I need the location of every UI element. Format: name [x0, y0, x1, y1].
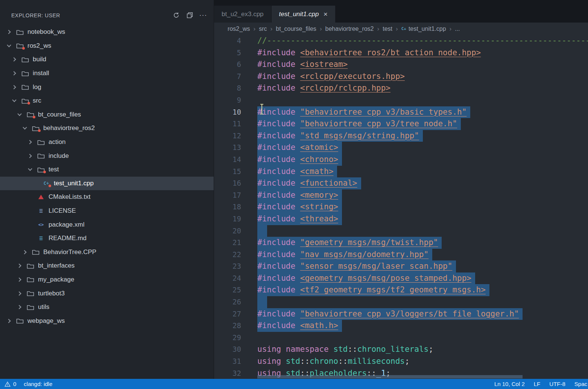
tree-item-bt-course-files[interactable]: bt_course_files [0, 108, 214, 122]
line-number[interactable]: 25 [214, 284, 241, 296]
line-number[interactable]: 28 [214, 320, 241, 332]
code-line[interactable]: 7#include <rclcpp/executors.hpp> [214, 71, 588, 83]
breadcrumb-item-test-unit1-cpp[interactable]: C+test_unit1.cpp [401, 26, 446, 32]
line-number[interactable]: 14 [214, 154, 241, 166]
code-line[interactable]: 30using namespace std::chrono_literals; [214, 344, 588, 356]
line-number[interactable]: 10 [214, 106, 241, 118]
line-number[interactable]: 26 [214, 296, 241, 308]
tree-item-log[interactable]: log [0, 80, 214, 94]
code-line[interactable]: 10#include "behaviortree_cpp_v3/basic_ty… [214, 106, 588, 118]
clangd-status[interactable]: clangd: idle [24, 381, 52, 387]
tree-item-include[interactable]: include [0, 149, 214, 163]
breadcrumb-item-behaviortree-ros2[interactable]: behaviortree_ros2 [325, 26, 374, 32]
breadcrumb-item-src[interactable]: src [259, 26, 267, 32]
line-number[interactable]: 7 [214, 71, 241, 83]
code-line[interactable]: 4//-------------------------------------… [214, 35, 588, 47]
code-line[interactable]: 24#include <geometry_msgs/msg/pose_stamp… [214, 272, 588, 285]
code-line[interactable]: 5#include <behaviortree_ros2/bt_action_n… [214, 47, 588, 59]
tree-item-readme-md[interactable]: ≡README.md [0, 232, 214, 245]
tree-item-build[interactable]: build [0, 53, 214, 67]
refresh-icon[interactable] [172, 12, 180, 19]
line-number[interactable]: 16 [214, 177, 241, 189]
line-number[interactable]: 12 [214, 130, 241, 142]
tree-item-utils[interactable]: utils [0, 300, 214, 314]
indentation-indicator[interactable]: Spac [574, 381, 587, 387]
code-line[interactable]: 9 [214, 94, 588, 106]
line-number[interactable]: 32 [214, 368, 241, 379]
close-icon[interactable]: × [323, 11, 327, 18]
line-number[interactable]: 11 [214, 118, 241, 130]
tab-test-unit1-cpp[interactable]: test_unit1.cpp× [272, 6, 336, 23]
line-number[interactable]: 13 [214, 142, 241, 154]
tree-item-test[interactable]: test [0, 163, 214, 177]
line-number[interactable]: 22 [214, 249, 241, 261]
tree-item-webpage-ws[interactable]: webpage_ws [0, 314, 214, 328]
collapse-folders-icon[interactable] [186, 12, 193, 19]
code-line[interactable]: 23#include "sensor_msgs/msg/laser_scan.h… [214, 260, 588, 272]
line-number[interactable]: 21 [214, 237, 241, 249]
code-line[interactable]: 6#include <iostream> [214, 59, 588, 71]
line-number[interactable]: 27 [214, 308, 241, 320]
code-line[interactable]: 18#include <string> [214, 201, 588, 213]
line-number[interactable]: 8 [214, 82, 241, 94]
encoding-indicator[interactable]: UTF-8 [549, 381, 565, 387]
line-number[interactable]: 18 [214, 201, 241, 213]
tree-item-package-xml[interactable]: <>package.xml [0, 218, 214, 232]
tree-item-src[interactable]: src [0, 94, 214, 108]
line-number[interactable]: 5 [214, 47, 241, 59]
code-line[interactable]: 11#include "behaviortree_cpp_v3/tree_nod… [214, 118, 588, 130]
line-number[interactable]: 20 [214, 225, 241, 237]
line-number[interactable]: 6 [214, 59, 241, 71]
breadcrumb-item-ros2-ws[interactable]: ros2_ws [228, 26, 250, 32]
tree-item-test-unit1-cpp[interactable]: C+test_unit1.cpp [0, 177, 214, 191]
tree-item-behaviortree-cpp[interactable]: BehaviorTree.CPP [0, 245, 214, 259]
line-number[interactable]: 23 [214, 260, 241, 272]
eol-indicator[interactable]: LF [534, 381, 541, 387]
line-number[interactable]: 17 [214, 189, 241, 201]
tree-item-my-package[interactable]: my_package [0, 273, 214, 287]
breadcrumb-item-test[interactable]: test [383, 26, 392, 32]
more-actions-icon[interactable]: ··· [199, 12, 207, 19]
code-line[interactable]: 25#include <tf2_geometry_msgs/tf2_geomet… [214, 284, 588, 296]
code-line[interactable]: 19#include <thread> [214, 213, 588, 225]
tab-bt-u2-ex3-cpp[interactable]: bt_u2_ex3.cpp [214, 6, 272, 23]
line-number[interactable]: 30 [214, 344, 241, 356]
code-line[interactable]: 21#include "geometry_msgs/msg/twist.hpp" [214, 237, 588, 249]
line-number[interactable]: 15 [214, 166, 241, 178]
tree-item-ros2-ws[interactable]: ros2_ws [0, 39, 214, 53]
code-line[interactable]: 22#include "nav_msgs/msg/odometry.hpp" [214, 249, 588, 261]
tree-item-install[interactable]: install [0, 67, 214, 80]
code-line[interactable]: 12#include "std_msgs/msg/string.hpp" [214, 130, 588, 142]
code-line[interactable]: 20 [214, 225, 588, 237]
line-number[interactable]: 9 [214, 94, 241, 106]
code-line[interactable]: 28#include <math.h> [214, 320, 588, 332]
code-line[interactable]: 17#include <memory> [214, 189, 588, 201]
cursor-position[interactable]: Ln 10, Col 2 [494, 381, 525, 387]
tree-item-cmakelists-txt[interactable]: CMakeLists.txt [0, 190, 214, 204]
code-line[interactable]: 29 [214, 332, 588, 344]
code-line[interactable]: 15#include <cmath> [214, 166, 588, 178]
code-line[interactable]: 16#include <functional> [214, 177, 588, 189]
line-number[interactable]: 31 [214, 356, 241, 368]
code-line[interactable]: 26 [214, 296, 588, 308]
tree-item-turtlebot3[interactable]: turtlebot3 [0, 286, 214, 300]
tree-item-action[interactable]: action [0, 135, 214, 149]
tree-item-notebook-ws[interactable]: notebook_ws [0, 25, 214, 39]
horizontal-scrollbar[interactable] [257, 375, 523, 378]
code-line[interactable]: 31using std::chrono::milliseconds; [214, 356, 588, 368]
code-line[interactable]: 8#include <rclcpp/rclcpp.hpp> [214, 82, 588, 94]
line-number[interactable]: 24 [214, 272, 241, 285]
breadcrumb-item-[interactable]: ... [455, 26, 460, 32]
tree-item-bt-interfaces[interactable]: bt_interfaces [0, 259, 214, 273]
line-number[interactable]: 19 [214, 213, 241, 225]
code-line[interactable]: 13#include <atomic> [214, 142, 588, 154]
tree-item-behaviortree-ros2[interactable]: behaviortree_ros2 [0, 121, 214, 135]
line-number[interactable]: 4 [214, 35, 241, 47]
code-line[interactable]: 14#include <chrono> [214, 154, 588, 166]
code-line[interactable]: 27#include "behaviortree_cpp_v3/loggers/… [214, 308, 588, 320]
problems-indicator[interactable]: 0 [5, 381, 16, 387]
code-area[interactable]: 4//-------------------------------------… [214, 35, 588, 379]
tree-item-license[interactable]: ≡LICENSE [0, 204, 214, 218]
breadcrumb-item-bt-course-files[interactable]: bt_course_files [276, 26, 316, 32]
line-number[interactable]: 29 [214, 332, 241, 344]
